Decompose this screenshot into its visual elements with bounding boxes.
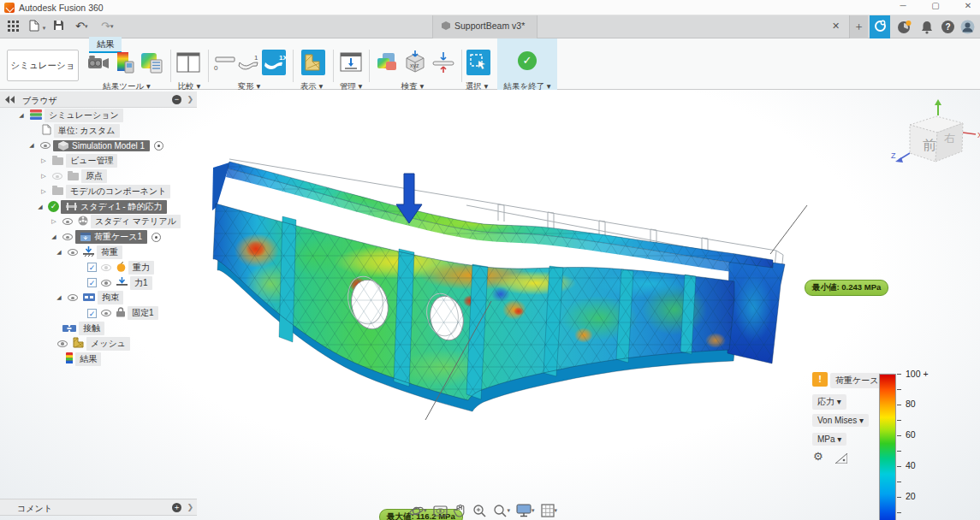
visibility-eye-icon[interactable]	[62, 233, 73, 240]
deform-actual-icon[interactable]: 1X	[262, 50, 286, 75]
legend-options-icon[interactable]	[114, 50, 138, 75]
tree-item-gravity[interactable]: ✓ 重力	[0, 260, 197, 275]
workspace-selector[interactable]: シミュレーション ▾	[7, 50, 79, 81]
view-cube[interactable]: X Z 前 右	[890, 97, 980, 174]
visibility-eye-icon[interactable]	[68, 249, 78, 256]
orbit-icon[interactable]: ▾	[409, 504, 427, 518]
visibility-eye-icon[interactable]	[68, 294, 78, 301]
expand-icon[interactable]: ◢	[15, 112, 27, 119]
deform-scaled-icon[interactable]: 1	[237, 50, 261, 75]
display-settings-icon[interactable]: ▾	[516, 504, 535, 517]
tree-item-loads[interactable]: ◢ 荷重	[0, 245, 197, 260]
activate-target-icon[interactable]	[151, 233, 161, 242]
study-icon	[66, 203, 77, 210]
simulation-icon	[30, 109, 42, 121]
tree-item-force1[interactable]: ✓ 力1	[0, 275, 197, 291]
redo-icon[interactable]: ↷▾	[101, 20, 113, 33]
compare-icon[interactable]	[176, 50, 200, 75]
look-at-icon[interactable]	[433, 505, 448, 517]
visibility-eye-icon[interactable]	[101, 280, 111, 287]
file-menu-icon[interactable]: ▾	[29, 20, 45, 35]
visibility-eye-icon[interactable]	[52, 173, 62, 180]
tree-item-mesh[interactable]: メッシュ	[0, 336, 197, 352]
inspect-probe-icon[interactable]: xyz	[402, 50, 426, 75]
tree-item-origin[interactable]: ▷ 原点	[0, 168, 197, 184]
comment-expand-icon[interactable]: ＋	[172, 503, 181, 512]
visibility-eye-icon[interactable]	[40, 142, 50, 149]
legend-settings-gear-icon[interactable]: ⚙	[813, 450, 823, 463]
close-tab-icon[interactable]: ✕	[832, 21, 840, 32]
visibility-eye-icon[interactable]	[101, 264, 111, 271]
panel-resize-grip[interactable]: ❯	[187, 95, 193, 103]
minimize-button[interactable]: ─	[892, 1, 914, 15]
pan-icon[interactable]	[454, 504, 466, 517]
legend-unit-dropdown[interactable]: MPa ▾	[812, 433, 846, 446]
legend-component-dropdown[interactable]: Von Mises ▾	[812, 414, 869, 427]
animate-results-icon[interactable]	[86, 50, 110, 75]
checkbox[interactable]: ✓	[87, 278, 97, 287]
folder-icon	[52, 157, 63, 165]
collapsed-icon[interactable]: ▷	[38, 157, 50, 164]
zoom-icon[interactable]	[472, 504, 487, 518]
expand-icon[interactable]: ◢	[53, 294, 65, 301]
checkbox[interactable]: ✓	[87, 263, 97, 272]
tree-item-model-components[interactable]: ▷ モデルのコンポーネント	[0, 184, 197, 199]
activate-target-icon[interactable]	[154, 141, 163, 151]
undo-icon[interactable]: ↶▾	[75, 20, 87, 33]
deform-none-icon[interactable]: 0	[212, 50, 236, 75]
manage-settings-icon[interactable]	[339, 50, 363, 75]
close-button[interactable]: ✕	[957, 1, 979, 15]
help-icon[interactable]: ?	[941, 20, 955, 34]
inspect-measure-icon[interactable]	[431, 50, 454, 75]
app-grid-icon[interactable]	[7, 20, 19, 35]
save-icon[interactable]	[53, 20, 64, 34]
collapsed-icon[interactable]: ▷	[38, 173, 50, 180]
tree-item-view-management[interactable]: ▷ ビュー管理	[0, 153, 197, 168]
tree-item-fixed1[interactable]: ✓ 固定1	[0, 305, 197, 321]
collapsed-icon[interactable]: ▷	[48, 218, 60, 225]
tree-item-study1[interactable]: ◢ ✓ スタディ1 - 静的応力	[0, 199, 197, 215]
legend-result-type-dropdown[interactable]: 応力 ▾	[812, 394, 846, 410]
checkbox[interactable]: ✓	[87, 309, 97, 318]
mesh-icon	[73, 337, 84, 350]
collapsed-icon[interactable]: ▷	[38, 188, 50, 195]
visibility-eye-icon[interactable]	[57, 340, 68, 347]
tree-item-study-materials[interactable]: ▷ スタディ マテリアル	[0, 215, 197, 230]
profile-avatar[interactable]	[960, 20, 975, 34]
notifications-bell-icon[interactable]	[920, 20, 935, 34]
tree-item-results[interactable]: 結果	[0, 352, 197, 367]
fit-icon[interactable]: ▾	[493, 504, 511, 518]
tree-item-simulation[interactable]: ◢ シミュレーション	[0, 108, 197, 123]
live-update-icon[interactable]	[870, 15, 890, 38]
comment-bar[interactable]: コメント ＋ ❯	[0, 499, 197, 516]
expand-icon[interactable]: ◢	[26, 142, 38, 149]
inspect-contour-icon[interactable]	[376, 50, 400, 75]
display-style-icon[interactable]	[301, 50, 325, 75]
select-icon[interactable]	[466, 50, 490, 75]
expand-icon[interactable]: ◢	[53, 249, 65, 256]
legend-slope-icon[interactable]	[835, 452, 847, 467]
grid-layout-icon[interactable]: ▾	[541, 504, 558, 517]
result-details-icon[interactable]	[140, 50, 163, 75]
panel-display-toggle[interactable]: −	[172, 95, 181, 104]
comment-resize-grip[interactable]: ❯	[187, 503, 193, 511]
tick-label: 60	[906, 429, 916, 440]
min-value-annotation[interactable]: 最小値: 0.243 MPa	[805, 280, 888, 296]
new-tab-button[interactable]: ＋	[849, 15, 868, 38]
tree-item-units[interactable]: 単位: カスタム	[0, 123, 197, 139]
tree-item-simulation-model[interactable]: ◢ Simulation Model 1	[0, 139, 197, 154]
tree-item-load-case1[interactable]: ◢ 荷重ケース1	[0, 229, 197, 245]
visibility-eye-icon[interactable]	[62, 218, 73, 225]
materials-icon	[78, 216, 88, 228]
tree-item-contacts[interactable]: 接触	[0, 321, 197, 336]
expand-icon[interactable]: ◢	[48, 233, 60, 240]
document-tab[interactable]: SupportBeam v3*	[432, 15, 538, 38]
job-status-icon[interactable]	[897, 20, 912, 34]
browser-header[interactable]: ブラウザ − ❯	[0, 92, 197, 108]
tree-item-constraints[interactable]: ◢ 拘束	[0, 291, 197, 306]
visibility-eye-icon[interactable]	[101, 310, 111, 316]
expand-icon[interactable]: ◢	[34, 204, 46, 210]
maximize-button[interactable]: ▢	[924, 1, 947, 15]
collapse-panel-icon[interactable]	[5, 96, 15, 103]
viewport-canvas[interactable]: 最小値: 0.243 MPa 最大値: 116.2 MPa X Z 前 右 ブラ…	[0, 90, 980, 520]
